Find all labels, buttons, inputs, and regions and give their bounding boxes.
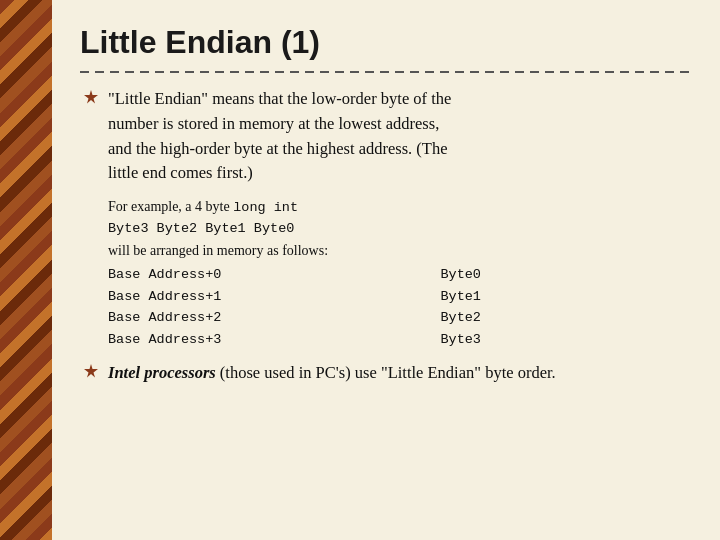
bullet-1-text: "Little Endian" means that the low-order… xyxy=(108,87,451,186)
code-intro-line: For example, a 4 byte long int xyxy=(108,196,692,219)
bullet-icon-2 xyxy=(80,363,102,379)
addr-table: Base Address+0 Byte0 Base Address+1 Byte… xyxy=(108,264,692,350)
byte-1: Byte1 xyxy=(440,286,692,308)
bullet-2-text: Intel processors (those used in PC's) us… xyxy=(108,361,556,386)
svg-marker-0 xyxy=(84,90,98,104)
intel-processors-label: Intel processors xyxy=(108,363,216,382)
intel-rest-text: (those used in PC's) use "Little Endian"… xyxy=(216,363,556,382)
bullet-star-icon xyxy=(83,89,99,105)
addr-1: Base Address+1 xyxy=(108,286,432,308)
bullet-item-2: Intel processors (those used in PC's) us… xyxy=(80,361,692,386)
code-will-be: will be arranged in memory as follows: xyxy=(108,240,692,262)
decorative-border xyxy=(0,0,52,540)
page-title: Little Endian (1) xyxy=(80,24,692,61)
byte-2: Byte2 xyxy=(440,307,692,329)
bullet-item-1: "Little Endian" means that the low-order… xyxy=(80,87,692,186)
byte-3: Byte3 xyxy=(440,329,692,351)
code-section: For example, a 4 byte long int Byte3 Byt… xyxy=(108,196,692,351)
divider xyxy=(80,71,692,73)
code-intro-text: For example, a 4 byte xyxy=(108,199,233,214)
addr-2: Base Address+2 xyxy=(108,307,432,329)
bullet-icon-1 xyxy=(80,89,102,105)
code-type: long int xyxy=(233,200,298,215)
bullet-star-icon-2 xyxy=(83,363,99,379)
svg-marker-1 xyxy=(84,364,98,378)
addr-0: Base Address+0 xyxy=(108,264,432,286)
byte-0: Byte0 xyxy=(440,264,692,286)
slide-content: Little Endian (1) "Little Endian" means … xyxy=(52,0,720,540)
addr-3: Base Address+3 xyxy=(108,329,432,351)
code-bytes-line: Byte3 Byte2 Byte1 Byte0 xyxy=(108,219,692,240)
